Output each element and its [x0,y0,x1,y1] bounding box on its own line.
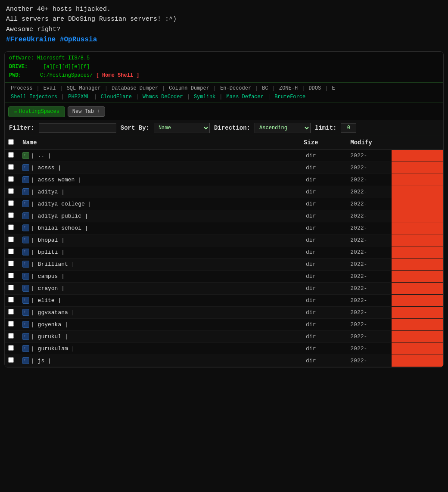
row-checkbox[interactable] [8,152,14,158]
file-name[interactable]: | aditya | [31,189,65,195]
nav-cloudflare[interactable]: CloudFlare [97,93,135,101]
row-checkbox[interactable] [8,212,14,218]
table-row: | ggvsatana |dir2022- [5,306,443,318]
file-name[interactable]: | aditya public | [31,213,88,219]
file-size: dir [275,162,347,174]
red-overlay [392,283,443,294]
row-checkbox[interactable] [8,237,14,242]
row-checkbox[interactable] [8,357,14,363]
name-cell: | bhopal | [22,237,271,243]
sort-by-select[interactable]: Name Size Modify [154,123,210,133]
modify-text: 2022- [350,153,367,159]
file-name[interactable]: | bhilai school | [31,225,88,231]
row-checkbox[interactable] [8,249,14,254]
red-overlay [392,246,443,258]
row-checkbox[interactable] [8,285,14,290]
nav-mass-defacer[interactable]: Mass Defacer [223,93,267,101]
row-checkbox[interactable] [8,333,14,339]
table-row: | .. |dir2022- [5,149,443,162]
file-name[interactable]: | bpliti | [31,249,65,255]
file-name[interactable]: | Brilliant | [31,261,75,268]
row-checkbox[interactable] [8,188,14,194]
nav-process[interactable]: Process [7,84,36,92]
row-checkbox[interactable] [8,309,14,315]
file-name[interactable]: | .. | [31,153,51,159]
row-checkbox[interactable] [8,224,14,230]
nav-row-1: Process | Eval | SQL Manager | Database … [7,84,441,92]
nav-eval[interactable]: Eval [40,84,59,92]
file-name[interactable]: | aditya college | [31,201,91,207]
file-modify: 2022- [347,282,443,294]
red-overlay [392,150,443,162]
file-name[interactable]: | ggvsatana | [31,309,75,316]
file-name[interactable]: | crayon | [31,285,65,292]
file-size: dir [275,222,347,234]
up-icon [22,152,29,159]
nav-bc[interactable]: BC [258,84,271,92]
nav-sql-manager[interactable]: SQL Manager [63,84,104,92]
nav-whmcs-decoder[interactable]: Whmcs DeCoder [139,93,187,101]
modify-text: 2022- [350,177,367,183]
file-name[interactable]: | acsss | [31,165,61,171]
select-all-checkbox[interactable] [8,139,14,145]
row-checkbox[interactable] [8,164,14,170]
nav-php2xml[interactable]: PHP2XML [65,93,93,101]
file-size: dir [275,294,347,306]
red-overlay [392,186,443,198]
tab-hosting-label: HostingSpaces [19,109,59,115]
file-size: dir [275,149,347,162]
folder-icon [22,297,29,304]
tab-hostingspaces[interactable]: ⇒ HostingSpaces [8,106,65,117]
nav-en-decoder[interactable]: En-Decoder [217,84,255,92]
nav-e[interactable]: E [328,84,338,92]
limit-label: limit: [315,125,336,131]
direction-label: Direction: [214,125,250,131]
file-modify: 2022- [347,330,443,343]
file-modify: 2022- [347,222,443,234]
file-size: dir [275,282,347,294]
nav-database-dumper[interactable]: Database Dumper [108,84,162,92]
red-overlay [392,234,443,246]
nav-shell-injectors[interactable]: Shell Injectors [7,93,61,101]
file-size: dir [275,246,347,258]
new-tab-button[interactable]: New Tab + [68,106,105,117]
name-cell: | acsss | [22,164,271,171]
nav-symlink[interactable]: Symlink [190,93,219,101]
row-checkbox[interactable] [8,261,14,266]
file-name[interactable]: | js | [31,358,51,364]
file-name[interactable]: | bhopal | [31,237,65,243]
file-name[interactable]: | gurukulam | [31,346,75,352]
file-modify: 2022- [347,186,443,198]
row-checkbox[interactable] [8,297,14,302]
file-modify: 2022- [347,149,443,162]
file-modify: 2022- [347,343,443,355]
nav-column-dumper[interactable]: Column Dumper [165,84,213,92]
row-checkbox[interactable] [8,321,14,327]
file-name[interactable]: | gurukul | [31,333,68,340]
row-checkbox[interactable] [8,176,14,182]
file-name[interactable]: | goyenka | [31,321,68,328]
file-name[interactable]: | acsss women | [31,177,81,183]
limit-input[interactable] [341,123,356,133]
table-row: | Brilliant |dir2022- [5,258,443,270]
file-name[interactable]: | campus | [31,273,65,280]
name-cell: | crayon | [22,285,271,292]
file-modify: 2022- [347,162,443,174]
red-overlay [392,162,443,174]
nav-zone-h[interactable]: ZONE-H [276,84,301,92]
row-checkbox[interactable] [8,200,14,206]
nav-bruteforce[interactable]: BruteForce [271,93,309,101]
filter-input[interactable] [39,123,116,133]
modify-text: 2022- [350,273,367,280]
table-row: | aditya |dir2022- [5,186,443,198]
file-name[interactable]: | elite | [31,297,61,304]
filter-label: Filter: [9,125,34,131]
direction-select[interactable]: Ascending Descending [255,123,311,133]
header-modify: Modify [347,136,443,150]
nav-ddos[interactable]: DDOS [305,84,324,92]
row-checkbox[interactable] [8,345,14,351]
folder-icon [22,164,29,171]
name-cell: | campus | [22,273,271,280]
modify-text: 2022- [350,249,367,255]
row-checkbox[interactable] [8,273,14,278]
